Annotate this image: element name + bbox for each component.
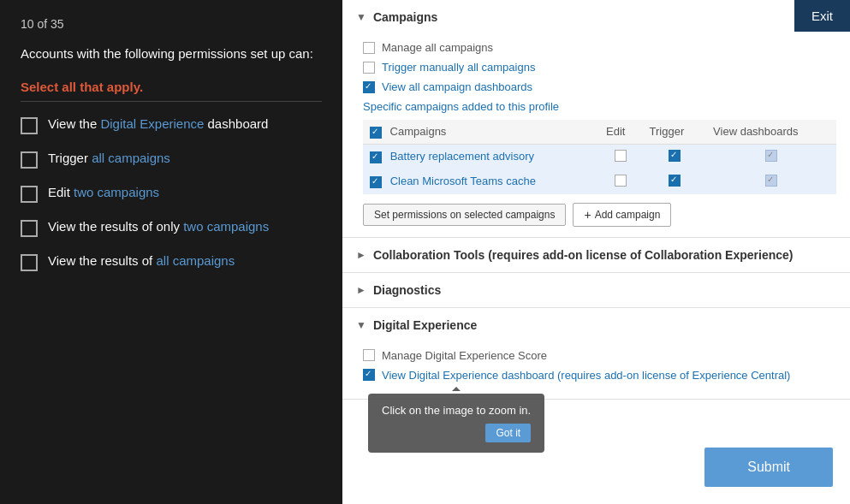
campaigns-section: ▼ Campaigns Manage all campaigns Trigger… bbox=[342, 0, 850, 238]
instruction-label: Select all that apply. bbox=[21, 80, 322, 102]
chevron-right-icon: ► bbox=[356, 249, 366, 261]
table-row: Battery replacement advisory bbox=[363, 144, 836, 169]
edit-checkbox-1[interactable] bbox=[615, 150, 627, 162]
exit-button[interactable]: Exit bbox=[794, 0, 850, 32]
chevron-right-icon-diagnostics: ► bbox=[356, 284, 366, 296]
list-item[interactable]: Edit two campaigns bbox=[21, 184, 322, 203]
campaigns-section-title: Campaigns bbox=[373, 10, 437, 24]
row2-checkbox[interactable] bbox=[370, 176, 382, 188]
option-label-1: View the Digital Experience dashboard bbox=[48, 116, 268, 133]
table-row: Clean Microsoft Teams cache bbox=[363, 169, 836, 194]
option-label-5: View the results of all campaigns bbox=[48, 252, 235, 270]
collaboration-section-header[interactable]: ► Collaboration Tools (requires add-on l… bbox=[342, 238, 850, 272]
digital-experience-section: ▼ Digital Experience Manage Digital Expe… bbox=[342, 308, 850, 400]
chevron-down-icon-de: ▼ bbox=[356, 319, 366, 331]
diagnostics-section-title: Diagnostics bbox=[373, 283, 441, 297]
campaign-buttons-row: Set permissions on selected campaigns + … bbox=[363, 203, 836, 227]
col-header-campaigns: Campaigns bbox=[363, 120, 599, 144]
view-all-dashboards-checkbox[interactable] bbox=[363, 81, 375, 93]
manage-all-campaigns-label: Manage all campaigns bbox=[382, 41, 493, 54]
trigger-manually-checkbox[interactable] bbox=[363, 62, 375, 74]
view-de-dashboard-checkbox[interactable] bbox=[363, 369, 375, 381]
view-checkbox-2[interactable] bbox=[765, 175, 777, 187]
view-all-dashboards-label: View all campaign dashboards bbox=[382, 80, 532, 93]
got-it-button[interactable]: Got it bbox=[485, 424, 531, 442]
col-header-view-dashboards: View dashboards bbox=[706, 120, 836, 144]
trigger-checkbox-2[interactable] bbox=[669, 175, 681, 187]
list-item[interactable]: View the results of all campaigns bbox=[21, 252, 322, 271]
option-checkbox-1[interactable] bbox=[21, 117, 38, 134]
trigger-cell-1 bbox=[643, 144, 707, 169]
campaigns-section-header[interactable]: ▼ Campaigns bbox=[342, 0, 850, 34]
view-de-dashboard-row: View Digital Experience dashboard (requi… bbox=[363, 369, 836, 382]
view-all-dashboards-row: View all campaign dashboards bbox=[363, 80, 836, 93]
set-permissions-button[interactable]: Set permissions on selected campaigns bbox=[363, 204, 566, 226]
edit-cell-2 bbox=[599, 169, 643, 194]
manage-all-campaigns-checkbox[interactable] bbox=[363, 42, 375, 54]
edit-cell-1 bbox=[599, 144, 643, 169]
chevron-down-icon: ▼ bbox=[356, 11, 366, 23]
option-label-3: Edit two campaigns bbox=[48, 184, 159, 201]
col-header-trigger: Trigger bbox=[643, 120, 707, 144]
diagnostics-section: ► Diagnostics bbox=[342, 273, 850, 308]
option-checkbox-4[interactable] bbox=[21, 220, 38, 237]
collaboration-section-title: Collaboration Tools (requires add-on lic… bbox=[373, 248, 794, 262]
campaign-name-cell-2: Clean Microsoft Teams cache bbox=[363, 169, 599, 194]
list-item[interactable]: View the Digital Experience dashboard bbox=[21, 116, 322, 134]
zoom-tooltip: Click on the image to zoom in. Got it bbox=[368, 394, 544, 453]
trigger-manually-row: Trigger manually all campaigns bbox=[363, 61, 836, 74]
option-label-2: Trigger all campaigns bbox=[48, 150, 170, 167]
zoom-tooltip-text: Click on the image to zoom in. bbox=[382, 404, 531, 417]
view-cell-2 bbox=[706, 169, 836, 194]
submit-button[interactable]: Submit bbox=[704, 448, 833, 487]
diagnostics-section-header[interactable]: ► Diagnostics bbox=[342, 273, 850, 307]
digital-experience-section-header[interactable]: ▼ Digital Experience bbox=[342, 308, 850, 342]
option-checkbox-5[interactable] bbox=[21, 254, 38, 271]
campaign-name-cell: Battery replacement advisory bbox=[363, 144, 599, 169]
list-item[interactable]: Trigger all campaigns bbox=[21, 150, 322, 169]
campaigns-select-all-checkbox[interactable] bbox=[370, 127, 382, 139]
trigger-cell-2 bbox=[643, 169, 707, 194]
view-checkbox-1[interactable] bbox=[765, 150, 777, 162]
campaigns-section-content: Manage all campaigns Trigger manually al… bbox=[342, 34, 850, 237]
option-checkbox-2[interactable] bbox=[21, 151, 38, 169]
trigger-manually-label: Trigger manually all campaigns bbox=[382, 61, 535, 74]
collaboration-section: ► Collaboration Tools (requires add-on l… bbox=[342, 238, 850, 273]
add-campaign-button[interactable]: + Add campaign bbox=[573, 203, 671, 227]
col-header-edit: Edit bbox=[599, 120, 643, 144]
battery-advisory-label: Battery replacement advisory bbox=[390, 150, 534, 163]
digital-experience-section-title: Digital Experience bbox=[373, 318, 477, 332]
manage-de-score-row: Manage Digital Experience Score bbox=[363, 349, 836, 362]
manage-all-campaigns-row: Manage all campaigns bbox=[363, 41, 836, 54]
clean-teams-label: Clean Microsoft Teams cache bbox=[390, 175, 536, 187]
campaigns-table: Campaigns Edit Trigger View dashboards B… bbox=[363, 120, 836, 194]
manage-de-score-label: Manage Digital Experience Score bbox=[382, 349, 547, 362]
view-de-dashboard-label: View Digital Experience dashboard (requi… bbox=[382, 369, 790, 382]
edit-checkbox-2[interactable] bbox=[615, 175, 627, 187]
list-item[interactable]: View the results of only two campaigns bbox=[21, 218, 322, 237]
options-list: View the Digital Experience dashboard Tr… bbox=[21, 116, 322, 271]
add-campaign-label: Add campaign bbox=[595, 209, 661, 221]
plus-icon: + bbox=[584, 208, 591, 222]
question-preamble: Accounts with the following permissions … bbox=[21, 44, 322, 62]
option-checkbox-3[interactable] bbox=[21, 186, 38, 203]
progress-text: 10 of 35 bbox=[21, 17, 322, 31]
manage-de-score-checkbox[interactable] bbox=[363, 349, 375, 361]
specific-campaigns-label: Specific campaigns added to this profile bbox=[363, 100, 836, 113]
view-cell-1 bbox=[706, 144, 836, 169]
trigger-checkbox-1[interactable] bbox=[669, 150, 681, 162]
left-panel: 10 of 35 Accounts with the following per… bbox=[0, 0, 342, 504]
row1-checkbox[interactable] bbox=[370, 151, 382, 163]
option-label-4: View the results of only two campaigns bbox=[48, 218, 269, 235]
digital-experience-section-content: Manage Digital Experience Score View Dig… bbox=[342, 342, 850, 399]
